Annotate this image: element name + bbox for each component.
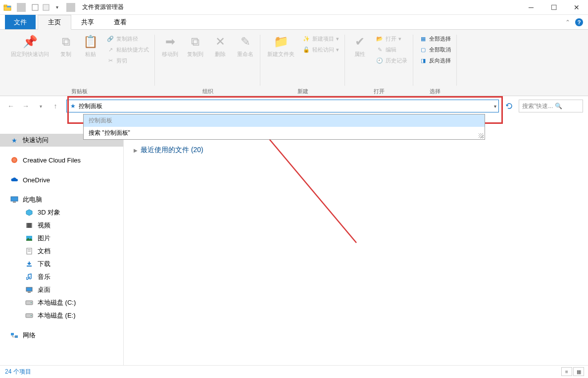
film-icon: [25, 221, 34, 230]
svg-rect-4: [43, 4, 49, 10]
paste-button[interactable]: 📋 粘贴: [80, 33, 101, 58]
copy-button[interactable]: ⧉ 复制: [55, 33, 77, 58]
delete-button[interactable]: ✕ 删除: [209, 33, 231, 58]
svg-rect-2: [7, 6, 11, 7]
pin-label: 固定到快速访问: [11, 51, 49, 57]
drive-icon: [25, 298, 34, 307]
collapse-ribbon-icon[interactable]: ⌃: [565, 19, 570, 26]
svg-point-6: [13, 159, 16, 162]
minimize-button[interactable]: ─: [520, 0, 542, 15]
open-icon: 📂: [376, 35, 384, 43]
tab-share[interactable]: 共享: [71, 15, 104, 29]
select-none-icon: ▢: [419, 46, 427, 54]
access-icon: 🔓: [302, 46, 310, 54]
sidebar-item-creative-cloud[interactable]: Creative Cloud Files: [0, 154, 123, 166]
open-button[interactable]: 📂打开 ▾: [374, 34, 409, 44]
sidebar-item-pictures[interactable]: 图片: [0, 232, 123, 245]
select-all-button[interactable]: ▦全部选择: [417, 34, 453, 44]
rename-icon: ✎: [238, 34, 253, 50]
suggestion-item-2[interactable]: 搜索 "控制面板": [84, 127, 485, 139]
sidebar-item-desktop[interactable]: 桌面: [0, 283, 123, 296]
address-bar[interactable]: ★ 控制面板 ▾: [66, 100, 499, 112]
svg-rect-8: [13, 202, 16, 203]
up-button[interactable]: ↑: [49, 100, 61, 112]
ribbon-group-new: 📁 新建文件夹 ✨新建项目 ▾ 🔓轻松访问 ▾ 新建: [260, 33, 345, 96]
edit-button[interactable]: ✎编辑: [374, 45, 409, 54]
document-icon: [25, 247, 34, 256]
forward-button[interactable]: →: [20, 100, 32, 112]
star-icon: ★: [10, 136, 19, 145]
properties-button[interactable]: ✔ 属性: [349, 33, 371, 58]
svg-rect-17: [26, 287, 32, 291]
copy-label: 复制: [60, 51, 71, 57]
ribbon: 📌 固定到快速访问 ⧉ 复制 📋 粘贴 🔗复制路径 ↗粘贴快捷方式 ✂剪切 剪贴…: [0, 30, 588, 96]
sidebar-item-drive-e[interactable]: 本地磁盘 (E:): [0, 309, 123, 322]
sidebar-item-3d-objects[interactable]: 3D 对象: [0, 206, 123, 219]
recent-locations-button[interactable]: ▾: [35, 100, 47, 112]
easy-access-button[interactable]: 🔓轻松访问 ▾: [300, 45, 341, 54]
monitor-icon: [10, 195, 19, 204]
sidebar-item-music[interactable]: 音乐: [0, 270, 123, 283]
close-button[interactable]: ✕: [565, 0, 588, 15]
select-label: 选择: [430, 87, 441, 96]
move-icon: ➡: [162, 34, 178, 50]
resize-grip-icon[interactable]: [479, 133, 484, 138]
sparkle-icon: ✨: [302, 35, 310, 43]
sidebar-item-network[interactable]: 网络: [0, 329, 123, 342]
tab-view[interactable]: 查看: [104, 15, 137, 29]
help-icon[interactable]: ?: [575, 18, 583, 26]
invert-selection-button[interactable]: ◨反向选择: [417, 55, 453, 65]
cut-button[interactable]: ✂剪切: [104, 55, 151, 65]
clipboard-label: 剪贴板: [71, 87, 88, 96]
search-placeholder: 搜索"快速...: [522, 102, 553, 110]
paste-shortcut-button[interactable]: ↗粘贴快捷方式: [104, 45, 151, 54]
item-count: 24 个项目: [5, 368, 31, 376]
copy-to-button[interactable]: ⧉ 复制到: [184, 33, 206, 58]
scissors-icon: ✂: [106, 56, 114, 64]
qat-item-blank-icon[interactable]: [42, 3, 50, 12]
recent-files-header[interactable]: ▶ 最近使用的文件 (20): [134, 146, 578, 155]
statusbar: 24 个项目 ≡ ▦: [0, 365, 588, 378]
titlebar: ▾ 文件资源管理器: [0, 0, 588, 15]
address-dropdown-icon[interactable]: ▾: [494, 104, 496, 109]
star-icon: ★: [69, 103, 77, 109]
svg-rect-11: [31, 223, 32, 228]
sidebar-item-videos[interactable]: 视频: [0, 219, 123, 232]
pin-icon: 📌: [22, 34, 38, 50]
sidebar-item-downloads[interactable]: 下载: [0, 258, 123, 270]
delete-icon: ✕: [212, 34, 228, 50]
rename-button[interactable]: ✎ 重命名: [234, 33, 256, 58]
picture-icon: [25, 234, 34, 243]
network-icon: [10, 331, 19, 340]
ribbon-tabs: 文件 主页 共享 查看 ⌃ ?: [0, 15, 588, 30]
maximize-button[interactable]: ☐: [542, 0, 565, 15]
view-details-button[interactable]: ≡: [561, 367, 572, 376]
select-none-button[interactable]: ▢全部取消: [417, 45, 453, 54]
pin-to-quick-access-button[interactable]: 📌 固定到快速访问: [8, 33, 52, 58]
sidebar-item-drive-c[interactable]: 本地磁盘 (C:): [0, 296, 123, 309]
copy-path-button[interactable]: 🔗复制路径: [104, 34, 151, 44]
check-icon: ✔: [352, 34, 368, 50]
suggestion-item-1[interactable]: 控制面板: [84, 114, 485, 127]
qat-item-icon[interactable]: [31, 3, 40, 12]
svg-rect-7: [11, 197, 18, 201]
download-icon: [25, 260, 34, 269]
sidebar-item-documents[interactable]: 文档: [0, 245, 123, 258]
search-input[interactable]: 搜索"快速... 🔍: [519, 100, 583, 112]
history-button[interactable]: 🕘历史记录: [374, 55, 409, 65]
qat-dropdown[interactable]: ▾: [52, 3, 61, 12]
svg-rect-18: [28, 292, 31, 293]
tab-home[interactable]: 主页: [38, 15, 71, 30]
move-to-button[interactable]: ➡ 移动到: [159, 33, 181, 58]
sidebar-item-this-pc[interactable]: 此电脑: [0, 193, 123, 206]
back-button[interactable]: ←: [5, 100, 17, 112]
sidebar-item-onedrive[interactable]: OneDrive: [0, 173, 123, 186]
tab-file[interactable]: 文件: [5, 15, 36, 29]
new-folder-button[interactable]: 📁 新建文件夹: [264, 33, 297, 58]
drive-icon: [25, 311, 34, 320]
view-icons-button[interactable]: ▦: [573, 367, 584, 376]
new-item-button[interactable]: ✨新建项目 ▾: [300, 34, 341, 44]
refresh-button[interactable]: [503, 100, 516, 112]
svg-rect-23: [11, 333, 14, 335]
body: ★ 快速访问 Creative Cloud Files OneDrive 此电脑…: [0, 116, 588, 365]
